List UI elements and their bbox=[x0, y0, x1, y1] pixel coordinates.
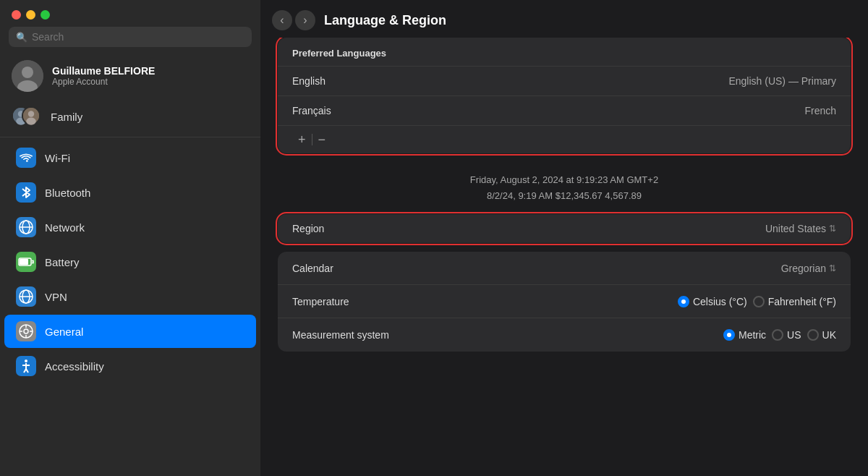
temperature-row: Temperature Celsius (°C) Fahrenheit (°F) bbox=[278, 285, 851, 318]
sidebar-item-label-bluetooth: Bluetooth bbox=[45, 187, 90, 199]
datetime-line2: 8/2/24, 9:19 AM $12,345.67 4,567.89 bbox=[292, 188, 836, 204]
metric-option[interactable]: Metric bbox=[723, 329, 766, 341]
forward-button[interactable]: › bbox=[295, 10, 315, 30]
calendar-select[interactable]: Gregorian ⇅ bbox=[781, 263, 836, 274]
metric-label: Metric bbox=[739, 329, 766, 341]
sidebar-item-family[interactable]: Family bbox=[0, 99, 260, 134]
battery-icon bbox=[16, 252, 36, 272]
uk-option[interactable]: UK bbox=[807, 329, 836, 341]
fahrenheit-label: Fahrenheit (°F) bbox=[768, 296, 836, 307]
page-title: Language & Region bbox=[324, 13, 446, 28]
us-option[interactable]: US bbox=[772, 329, 801, 341]
us-label: US bbox=[787, 329, 801, 341]
svg-line-27 bbox=[26, 369, 28, 373]
wifi-icon bbox=[16, 148, 36, 168]
family-label: Family bbox=[51, 111, 82, 123]
language-row-english[interactable]: English English (US) — Primary bbox=[278, 67, 851, 96]
back-button[interactable]: ‹ bbox=[272, 10, 292, 30]
sidebar-item-label-general: General bbox=[45, 326, 83, 338]
titlebar bbox=[0, 0, 260, 27]
region-row[interactable]: Region United States ⇅ bbox=[278, 214, 851, 243]
calendar-label: Calendar bbox=[292, 263, 781, 274]
preferred-languages-panel: Preferred Languages English English (US)… bbox=[278, 38, 851, 153]
network-icon bbox=[16, 217, 36, 237]
language-label-english: English bbox=[292, 75, 728, 87]
account-name: Guillaume BELFIORE bbox=[52, 65, 155, 77]
measurement-row: Measurement system Metric US UK bbox=[278, 318, 851, 352]
sidebar-item-network[interactable]: Network bbox=[4, 211, 256, 244]
sidebar-item-bluetooth[interactable]: Bluetooth bbox=[4, 176, 256, 209]
main-content: ‹ › Language & Region Preferred Language… bbox=[260, 0, 868, 476]
sidebar-item-accessibility[interactable]: Accessibility bbox=[4, 349, 256, 383]
region-value: United States bbox=[765, 223, 826, 234]
add-language-button[interactable]: + bbox=[292, 132, 312, 148]
svg-point-23 bbox=[25, 360, 27, 362]
region-panel: Region United States ⇅ bbox=[278, 214, 851, 243]
settings-section: Calendar Gregorian ⇅ Temperature Celsius… bbox=[278, 252, 851, 352]
sidebar-item-general[interactable]: General bbox=[4, 315, 256, 348]
datetime-line1: Friday, August 2, 2024 at 9:19:23 AM GMT… bbox=[292, 172, 836, 188]
preferred-languages-header: Preferred Languages bbox=[278, 38, 851, 67]
search-bar[interactable]: 🔍 bbox=[9, 27, 252, 47]
main-body: Preferred Languages English English (US)… bbox=[260, 38, 868, 476]
account-info: Guillaume BELFIORE Apple Account bbox=[52, 65, 155, 87]
metric-radio[interactable] bbox=[723, 329, 735, 341]
svg-point-7 bbox=[28, 111, 34, 116]
account-section[interactable]: Guillaume BELFIORE Apple Account bbox=[0, 53, 260, 99]
chevron-updown-icon: ⇅ bbox=[829, 224, 836, 234]
calendar-row[interactable]: Calendar Gregorian ⇅ bbox=[278, 252, 851, 285]
region-label: Region bbox=[292, 223, 765, 234]
temperature-label: Temperature bbox=[292, 296, 678, 307]
sidebar-item-label-battery: Battery bbox=[45, 256, 80, 268]
main-header: ‹ › Language & Region bbox=[260, 0, 868, 38]
traffic-lights bbox=[12, 10, 50, 20]
sidebar-item-label-wifi: Wi-Fi bbox=[45, 152, 70, 164]
measurement-radio-group: Metric US UK bbox=[723, 329, 836, 341]
close-button[interactable] bbox=[12, 10, 21, 20]
fahrenheit-option[interactable]: Fahrenheit (°F) bbox=[753, 296, 836, 307]
uk-radio[interactable] bbox=[807, 329, 819, 341]
region-select[interactable]: United States ⇅ bbox=[765, 223, 836, 234]
search-icon: 🔍 bbox=[16, 32, 27, 43]
sidebar-item-battery[interactable]: Battery bbox=[4, 245, 256, 279]
datetime-preview: Friday, August 2, 2024 at 9:19:23 AM GMT… bbox=[278, 162, 851, 214]
measurement-label: Measurement system bbox=[292, 329, 723, 341]
uk-label: UK bbox=[822, 329, 836, 341]
sidebar-item-label-vpn: VPN bbox=[45, 291, 67, 303]
accessibility-icon bbox=[16, 356, 36, 376]
svg-rect-13 bbox=[20, 259, 28, 265]
language-add-remove: + − bbox=[278, 126, 851, 153]
calendar-value: Gregorian bbox=[781, 263, 826, 274]
language-value-english: English (US) — Primary bbox=[728, 75, 836, 87]
us-radio[interactable] bbox=[772, 329, 783, 341]
sidebar-item-label-accessibility: Accessibility bbox=[45, 360, 104, 373]
general-icon bbox=[16, 321, 36, 341]
maximize-button[interactable] bbox=[41, 10, 50, 20]
celsius-radio[interactable] bbox=[678, 296, 689, 307]
fahrenheit-radio[interactable] bbox=[753, 296, 765, 307]
bluetooth-icon bbox=[16, 182, 36, 203]
remove-language-button[interactable]: − bbox=[312, 132, 332, 148]
account-subtitle: Apple Account bbox=[52, 77, 155, 87]
family-avatars bbox=[12, 105, 43, 128]
svg-point-18 bbox=[24, 329, 28, 333]
calendar-chevron-icon: ⇅ bbox=[829, 263, 836, 273]
family-avatar-2 bbox=[22, 106, 41, 125]
vpn-icon bbox=[16, 286, 36, 307]
minimize-button[interactable] bbox=[26, 10, 35, 20]
sidebar-divider bbox=[0, 137, 260, 137]
celsius-label: Celsius (°C) bbox=[693, 296, 747, 307]
sidebar-item-vpn[interactable]: VPN bbox=[4, 280, 256, 313]
language-value-french: French bbox=[804, 105, 836, 116]
language-row-french[interactable]: Français French bbox=[278, 96, 851, 126]
celsius-option[interactable]: Celsius (°C) bbox=[678, 296, 747, 307]
search-input[interactable] bbox=[32, 31, 244, 43]
sidebar: 🔍 Guillaume BELFIORE Apple Account bbox=[0, 0, 260, 476]
svg-point-1 bbox=[22, 67, 33, 78]
language-label-french: Français bbox=[292, 105, 804, 116]
svg-point-8 bbox=[26, 118, 36, 125]
temperature-radio-group: Celsius (°C) Fahrenheit (°F) bbox=[678, 296, 836, 307]
sidebar-item-wifi[interactable]: Wi-Fi bbox=[4, 141, 256, 174]
sidebar-item-label-network: Network bbox=[45, 221, 85, 234]
avatar bbox=[12, 60, 43, 92]
